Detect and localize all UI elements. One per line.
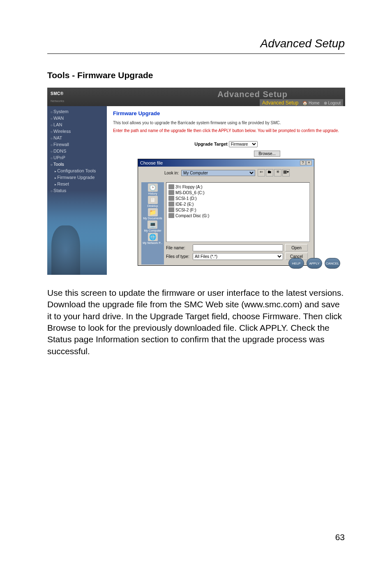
filetype-select[interactable]: All Files (*.*)	[193, 253, 283, 260]
sidebar-item-firewall[interactable]: Firewall	[47, 141, 107, 148]
lookin-select[interactable]: My Computer	[181, 170, 255, 176]
filetype-label: Files of type:	[166, 254, 191, 259]
dialog-body: 🕑 History 🖥 Desktop 📁 My Documents 💻 My …	[138, 179, 314, 268]
floppy-icon	[168, 184, 174, 189]
places-bar: 🕑 History 🖥 Desktop 📁 My Documents 💻 My …	[141, 182, 164, 265]
drive-e[interactable]: IDE-2 (E:)	[168, 201, 308, 207]
sidebar-item-nat[interactable]: NAT	[47, 135, 107, 141]
main-text-1: This tool allows you to upgrade the Barr…	[113, 121, 339, 125]
sidebar-item-reset[interactable]: Reset	[47, 181, 107, 187]
sidebar-item-lan[interactable]: LAN	[47, 121, 107, 128]
main-text-2: Enter the path and name of the upgrade f…	[113, 128, 339, 133]
sidebar-item-wan[interactable]: WAN	[47, 115, 107, 121]
hdd-icon	[168, 207, 174, 212]
sidebar-item-config-tools[interactable]: Configuration Tools	[47, 167, 107, 174]
sidebar-item-tools[interactable]: Tools	[47, 161, 107, 167]
dialog-titlebar: Choose file ? ×	[138, 159, 314, 167]
browse-row: Browse...	[113, 151, 339, 157]
documents-icon: 📁	[148, 208, 158, 216]
logo: SMC®	[51, 91, 64, 100]
place-documents[interactable]: 📁 My Documents	[143, 208, 162, 220]
sidebar-graphic	[47, 217, 107, 275]
sidebar: System WAN LAN Wireless NAT Firewall DDN…	[47, 106, 107, 275]
action-buttons: HELP APPLY CANCEL	[288, 258, 340, 269]
logout-link[interactable]: ⊗ Logout	[324, 101, 341, 105]
help-button[interactable]: HELP	[288, 258, 304, 269]
body-paragraph: Use this screen to update the firmware o…	[47, 287, 345, 357]
apply-button[interactable]: APPLY	[307, 258, 322, 269]
dialog-title: Choose file	[140, 160, 163, 165]
app-header: SMC® Networks Advanced Setup Advanced Se…	[47, 88, 345, 106]
lookin-label: Look in:	[164, 171, 179, 175]
history-icon: 🕑	[148, 183, 158, 192]
place-network[interactable]: 🌐 My Network P...	[143, 233, 163, 244]
cd-icon	[168, 213, 174, 218]
hdd-icon	[168, 190, 174, 195]
drive-f[interactable]: SCSI-2 (F:)	[168, 207, 308, 213]
drive-c[interactable]: MS-DOS_6 (C:)	[168, 190, 308, 195]
sidebar-item-system[interactable]: System	[47, 108, 107, 115]
home-link[interactable]: 🏠 Home	[302, 101, 319, 105]
lookin-row: Look in: My Computer ⇐ 🖿 ✳ ▦▾	[141, 169, 311, 176]
main-content: Firmware Upgrade This tool allows you to…	[107, 106, 345, 275]
drive-g[interactable]: Compact Disc (G:)	[168, 213, 308, 218]
drive-d[interactable]: SCSI-1 (D:)	[168, 195, 308, 201]
page-number: 63	[335, 532, 345, 542]
top-bar: Advanced Setup 🏠 Home ⊗ Logout	[260, 99, 343, 107]
place-history[interactable]: 🕑 History	[148, 183, 158, 195]
back-icon[interactable]: ⇐	[258, 169, 265, 176]
sidebar-item-firmware-upgrade[interactable]: Firmware Upgrade	[47, 174, 107, 181]
upgrade-target-label: Upgrade Target	[194, 142, 227, 146]
embedded-screenshot: SMC® Networks Advanced Setup Advanced Se…	[47, 88, 345, 275]
files-panel[interactable]: 3½ Floppy (A:) MS-DOS_6 (C:) SCSI-1 (D:)…	[166, 182, 310, 242]
cancel-button[interactable]: CANCEL	[325, 258, 340, 269]
new-folder-icon[interactable]: ✳	[274, 169, 281, 176]
file-list-area: 3½ Floppy (A:) MS-DOS_6 (C:) SCSI-1 (D:)…	[166, 182, 311, 265]
advanced-setup-label: Advanced Setup	[262, 100, 298, 106]
main-title: Firmware Upgrade	[113, 110, 339, 116]
sidebar-item-wireless[interactable]: Wireless	[47, 128, 107, 135]
hdd-icon	[168, 196, 174, 201]
page-header: Advanced Setup	[47, 37, 345, 50]
close-titlebar-icon[interactable]: ×	[306, 160, 312, 165]
filename-input[interactable]	[193, 244, 283, 251]
drive-floppy[interactable]: 3½ Floppy (A:)	[168, 184, 308, 190]
section-title: Tools - Firmware Upgrade	[47, 70, 345, 80]
hdd-icon	[168, 202, 174, 207]
person-graphic	[51, 225, 80, 275]
help-titlebar-icon[interactable]: ?	[300, 160, 306, 165]
open-button[interactable]: Open	[285, 244, 308, 251]
logo-subtitle: Networks	[51, 99, 64, 103]
place-desktop[interactable]: 🖥 Desktop	[148, 196, 158, 207]
browse-button[interactable]: Browse...	[254, 151, 280, 157]
file-dialog: Choose file ? × Look in: My Computer ⇐ 🖿…	[138, 159, 314, 266]
dialog-toolbar: ⇐ 🖿 ✳ ▦▾	[258, 169, 290, 176]
network-icon: 🌐	[148, 233, 158, 241]
brand-title: Advanced Setup	[217, 90, 288, 99]
desktop-icon: 🖥	[148, 196, 158, 204]
upgrade-target-row: Upgrade Target Firmware	[113, 141, 339, 147]
sidebar-item-status[interactable]: Status	[47, 187, 107, 194]
header-divider	[47, 53, 345, 54]
computer-icon: 💻	[148, 221, 157, 229]
place-computer[interactable]: 💻 My Computer	[144, 221, 161, 232]
views-icon[interactable]: ▦▾	[282, 169, 290, 176]
filename-label: File name:	[166, 246, 191, 250]
sidebar-item-ddns[interactable]: DDNS	[47, 148, 107, 154]
upgrade-target-select[interactable]: Firmware	[229, 141, 258, 147]
up-icon[interactable]: 🖿	[266, 169, 273, 176]
sidebar-item-upnp[interactable]: UPnP	[47, 154, 107, 161]
